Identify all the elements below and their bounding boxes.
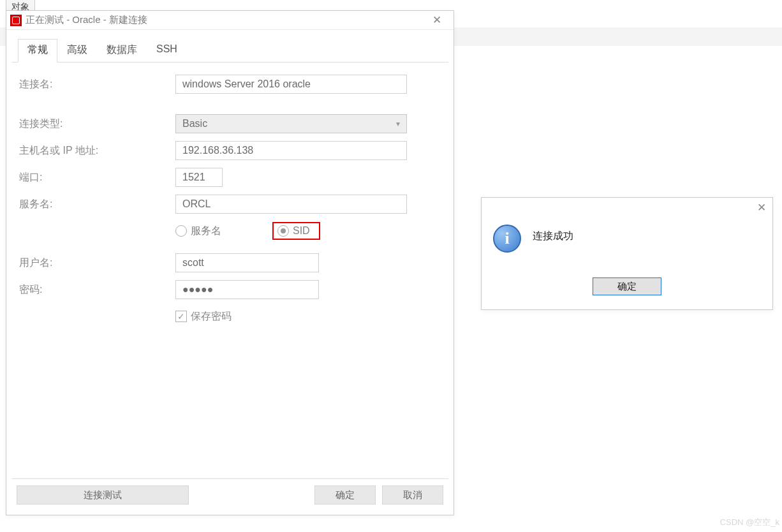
conn-name-input[interactable] bbox=[175, 75, 407, 94]
check-icon: ✓ bbox=[175, 311, 187, 322]
port-input[interactable] bbox=[175, 168, 223, 187]
radio-sid-label: SID bbox=[293, 225, 310, 237]
dialog-titlebar: 正在测试 - Oracle - 新建连接 ✕ bbox=[6, 11, 454, 30]
test-connection-button[interactable]: 连接测试 bbox=[17, 485, 189, 505]
label-conn-type: 连接类型: bbox=[19, 117, 175, 131]
label-port: 端口: bbox=[19, 171, 175, 184]
msgbox-button-bar: 确定 bbox=[482, 277, 772, 309]
msgbox-titlebar: ✕ bbox=[482, 198, 772, 217]
password-input[interactable] bbox=[175, 280, 319, 299]
msgbox-ok-button[interactable]: 确定 bbox=[593, 277, 661, 295]
close-icon[interactable]: ✕ bbox=[424, 13, 450, 27]
info-icon: i bbox=[493, 225, 521, 253]
msgbox-text: 连接成功 bbox=[533, 225, 573, 243]
save-password-checkbox[interactable]: ✓ 保存密码 bbox=[175, 310, 232, 323]
button-bar: 连接测试 确定 取消 bbox=[11, 479, 448, 511]
dialog-title: 正在测试 - Oracle - 新建连接 bbox=[26, 14, 424, 26]
tab-ssh[interactable]: SSH bbox=[147, 39, 187, 63]
label-host: 主机名或 IP 地址: bbox=[19, 144, 175, 158]
tab-advanced[interactable]: 高级 bbox=[57, 39, 97, 63]
username-input[interactable] bbox=[175, 253, 319, 272]
watermark: CSDN @空空_k bbox=[720, 517, 779, 528]
spacer bbox=[195, 485, 308, 505]
tab-general[interactable]: 常规 bbox=[18, 39, 57, 63]
radio-dot-icon bbox=[277, 225, 289, 237]
radio-dot-icon bbox=[175, 225, 187, 237]
host-input[interactable] bbox=[175, 141, 407, 160]
save-password-label: 保存密码 bbox=[191, 310, 232, 323]
label-service: 服务名: bbox=[19, 198, 175, 211]
ok-button[interactable]: 确定 bbox=[314, 485, 376, 505]
label-password: 密码: bbox=[19, 283, 175, 297]
tab-database[interactable]: 数据库 bbox=[97, 39, 147, 63]
radio-sid[interactable]: SID bbox=[277, 225, 310, 237]
label-conn-name: 连接名: bbox=[19, 78, 175, 91]
radio-service-name[interactable]: 服务名 bbox=[175, 225, 221, 238]
oracle-icon bbox=[10, 15, 22, 26]
tabstrip: 常规 高级 数据库 SSH bbox=[11, 39, 448, 63]
close-icon[interactable]: ✕ bbox=[757, 201, 766, 214]
radio-service-label: 服务名 bbox=[191, 225, 221, 238]
sid-highlight: SID bbox=[272, 222, 320, 240]
chevron-down-icon: ▾ bbox=[396, 119, 400, 128]
label-username: 用户名: bbox=[19, 256, 175, 270]
form-area: 连接名: 连接类型: Basic ▾ 主机名或 IP 地址: bbox=[11, 63, 448, 479]
dialog-body: 常规 高级 数据库 SSH 连接名: 连接类型: Basic ▾ bbox=[6, 30, 454, 515]
conn-type-select[interactable]: Basic ▾ bbox=[175, 114, 407, 133]
msgbox-body: i 连接成功 bbox=[482, 217, 772, 277]
message-box: ✕ i 连接成功 确定 bbox=[481, 197, 773, 310]
connection-dialog: 正在测试 - Oracle - 新建连接 ✕ 常规 高级 数据库 SSH 连接名… bbox=[6, 10, 454, 515]
cancel-button[interactable]: 取消 bbox=[382, 485, 443, 505]
service-input[interactable] bbox=[175, 195, 407, 214]
conn-type-value: Basic bbox=[182, 118, 207, 129]
